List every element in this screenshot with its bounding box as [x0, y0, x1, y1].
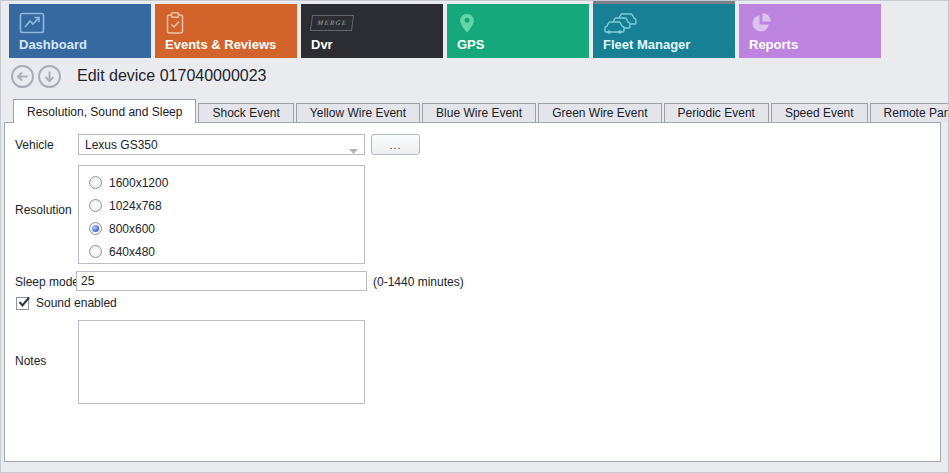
sleep-mode-label: Sleep mode	[15, 275, 79, 289]
nav-tile-dvr[interactable]: MERGE Dvr	[301, 4, 443, 58]
top-nav: Dashboard Events & Reviews MERGE Dvr	[9, 4, 881, 58]
radio-icon	[89, 245, 102, 258]
radio-1024x768[interactable]: 1024x768	[89, 194, 364, 217]
map-pin-icon	[457, 10, 477, 36]
back-button[interactable]	[11, 65, 34, 88]
tab-blue-wire-event[interactable]: Blue Wire Event	[422, 103, 536, 122]
tab-remote-panic-event[interactable]: Remote Panic Event	[870, 103, 949, 122]
tab-shock-event[interactable]: Shock Event	[198, 103, 293, 122]
vehicle-select-value: Lexus GS350	[85, 138, 158, 152]
radio-icon	[89, 199, 102, 212]
line-chart-icon	[19, 10, 45, 36]
clipboard-check-icon	[165, 10, 185, 36]
page-title: Edit device 017040000023	[77, 67, 267, 85]
vehicles-icon	[603, 10, 639, 36]
notes-label: Notes	[15, 354, 46, 368]
vehicle-browse-button[interactable]: ...	[371, 134, 420, 155]
resolution-group: 1600x1200 1024x768 800x600 640x480	[78, 165, 365, 264]
dvr-brand-logo-icon: MERGE	[311, 10, 353, 36]
radio-icon	[89, 222, 102, 235]
down-button[interactable]	[38, 65, 61, 88]
nav-tile-label: GPS	[457, 37, 484, 52]
nav-tile-reports[interactable]: Reports	[739, 4, 881, 58]
tab-strip: Resolution, Sound and Sleep Shock Event …	[13, 99, 949, 122]
vehicle-label: Vehicle	[15, 138, 54, 152]
sleep-mode-input[interactable]	[76, 271, 367, 291]
sleep-mode-hint: (0-1440 minutes)	[373, 275, 464, 289]
chevron-down-icon	[349, 143, 358, 157]
nav-tile-label: Fleet Manager	[603, 37, 690, 52]
nav-tile-events-reviews[interactable]: Events & Reviews	[155, 4, 297, 58]
radio-800x600[interactable]: 800x600	[89, 217, 364, 240]
sound-enabled-label: Sound enabled	[36, 296, 117, 310]
tab-speed-event[interactable]: Speed Event	[771, 103, 868, 122]
tab-periodic-event[interactable]: Periodic Event	[664, 103, 769, 122]
tab-green-wire-event[interactable]: Green Wire Event	[538, 103, 661, 122]
resolution-label: Resolution	[15, 203, 72, 217]
pie-chart-icon	[749, 10, 773, 36]
nav-tile-gps[interactable]: GPS	[447, 4, 589, 58]
nav-tile-label: Dvr	[311, 37, 333, 52]
nav-tile-label: Reports	[749, 37, 798, 52]
radio-1600x1200[interactable]: 1600x1200	[89, 171, 364, 194]
device-settings-panel: Vehicle Lexus GS350 ... Resolution 1600x…	[4, 122, 941, 462]
nav-tile-dashboard[interactable]: Dashboard	[9, 4, 151, 58]
fleet-manager-window: Dashboard Events & Reviews MERGE Dvr	[0, 0, 949, 473]
sound-enabled-row[interactable]: Sound enabled	[16, 296, 117, 310]
device-header: Edit device 017040000023	[11, 63, 267, 89]
nav-tile-fleet-manager[interactable]: Fleet Manager	[593, 4, 735, 58]
radio-640x480[interactable]: 640x480	[89, 240, 364, 263]
tab-yellow-wire-event[interactable]: Yellow Wire Event	[296, 103, 420, 122]
tab-resolution-sound-sleep[interactable]: Resolution, Sound and Sleep	[13, 99, 196, 123]
nav-tile-label: Dashboard	[19, 37, 87, 52]
nav-tile-label: Events & Reviews	[165, 37, 276, 52]
radio-icon	[89, 176, 102, 189]
vehicle-select[interactable]: Lexus GS350	[78, 134, 365, 155]
sound-checkbox[interactable]	[16, 297, 29, 310]
notes-textarea[interactable]	[78, 320, 365, 404]
